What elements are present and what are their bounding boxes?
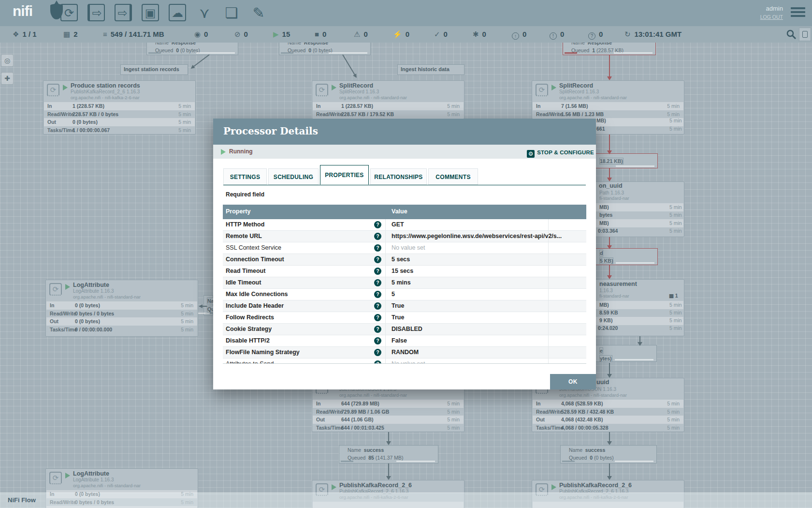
property-cell: Remote URL? xyxy=(223,231,386,242)
transmitting-icon: ◉0 xyxy=(194,26,208,43)
birdseye-icon[interactable]: ◎ xyxy=(1,54,14,67)
flow-label[interactable]: Ingest station records xyxy=(120,64,188,75)
property-name: Include Date Header xyxy=(226,302,284,309)
occluded-text-fragment: 18.21 KB) xyxy=(599,158,624,164)
move-icon[interactable]: ✚ xyxy=(1,72,14,85)
processor-icon: ⟳ xyxy=(316,84,328,96)
search-icon[interactable] xyxy=(785,29,797,40)
queued-icon: ≡549 / 141.71 MB xyxy=(103,26,164,43)
disabled-icon: ⚡0 xyxy=(393,26,409,43)
tab-settings[interactable]: SETTINGS xyxy=(223,168,267,185)
flow-label[interactable]: Ingest historic data xyxy=(397,64,464,75)
connection-label[interactable]: Name successQueued 0 (0 bytes) xyxy=(560,445,657,463)
help-icon[interactable]: ? xyxy=(374,349,381,356)
processor-type: SplitRecord 1.16.3 xyxy=(559,89,599,94)
ok-button[interactable]: OK xyxy=(550,374,596,389)
property-name: Connection Timeout xyxy=(226,256,284,263)
processor-node[interactable]: ⟳LogAttributeLogAttribute 1.16.3org.apac… xyxy=(45,280,198,337)
arrowhead-icon xyxy=(189,65,195,70)
sync-failure-icon: ?0 xyxy=(588,26,603,43)
active-threads-icon: ▦2 xyxy=(63,26,78,43)
stats-row: Out644 (1.06 GB)5 min xyxy=(313,416,464,424)
processor-icon[interactable]: ⟳ xyxy=(60,4,78,21)
stopped-icon: ■0 xyxy=(315,26,326,43)
processor-node[interactable]: ⟳Produce station recordsPublishKafkaReco… xyxy=(43,80,196,134)
value-cell: No value set xyxy=(386,242,549,254)
property-name: SSL Context Service xyxy=(226,244,281,251)
help-icon[interactable]: ? xyxy=(374,268,381,275)
stats-row: In644 (729.89 MB)5 min xyxy=(313,400,464,408)
connection-label[interactable]: Name successQueued 85 (141.37 MB) xyxy=(339,445,438,463)
occluded-text-fragment: 5 min xyxy=(669,317,682,323)
value-cell: RANDOM xyxy=(386,347,549,359)
help-icon[interactable]: ? xyxy=(374,291,381,298)
current-user: admin xyxy=(760,5,783,12)
label-icon[interactable]: ✎ xyxy=(250,4,267,21)
tab-relationships[interactable]: RELATIONSHIPS xyxy=(370,168,427,185)
template-icon[interactable]: ❏ xyxy=(223,4,240,21)
arrowhead-icon xyxy=(638,342,642,346)
stop-and-configure-button[interactable]: ⚙STOP & CONFIGURE xyxy=(527,148,594,156)
help-icon[interactable]: ? xyxy=(374,279,381,286)
input-port-icon[interactable]: ⇨ xyxy=(87,4,105,21)
stats-row: Read/Write0 bytes / 0 bytes5 min xyxy=(46,310,197,318)
occluded-text-fragment: fi-standard-nar xyxy=(599,293,629,299)
help-icon[interactable]: ? xyxy=(374,326,381,333)
property-row: FlowFile Naming Strategy?RANDOM xyxy=(223,347,586,359)
stats-row: In0 (0 bytes)5 min xyxy=(46,301,197,310)
occluded-text-fragment: 9 KB) xyxy=(599,317,612,323)
stats-row: Out0 (0 bytes)5 min xyxy=(44,118,195,126)
output-port-icon[interactable]: ⇨ xyxy=(115,4,132,21)
cluster-icon: ❖1 / 1 xyxy=(13,26,37,43)
processor-title: SplitRecord xyxy=(339,82,373,89)
help-icon[interactable]: ? xyxy=(374,302,381,310)
property-value: GET xyxy=(392,221,404,228)
property-name: Remote URL xyxy=(226,233,262,239)
queue-size-bar xyxy=(616,262,654,264)
occluded-text-fragment: 1.16.3 xyxy=(599,288,613,293)
logout-link[interactable]: LOG OUT xyxy=(760,14,783,20)
occluded-text-fragment: bytes xyxy=(599,212,612,218)
tab-scheduling[interactable]: SCHEDULING xyxy=(268,168,319,185)
arrowhead-icon xyxy=(607,245,612,249)
funnel-icon[interactable]: ⋎ xyxy=(196,4,213,21)
stats-row: Read/Write1.56 MB / 1.23 MB5 min xyxy=(533,110,683,119)
breadcrumb[interactable]: NiFi Flow xyxy=(8,496,36,504)
stats-row: Tasks/Time1 / 00:00:00.0675 min xyxy=(44,126,195,134)
remote-process-group-icon[interactable]: ☁ xyxy=(169,4,186,21)
processor-type: LogAttribute 1.16.3 xyxy=(73,477,114,482)
stats-row: Out4,068 (432.48 KB)5 min xyxy=(533,416,683,424)
property-value: No value set xyxy=(392,360,425,364)
process-group-icon[interactable]: ▣ xyxy=(142,4,159,21)
connection-line xyxy=(609,463,610,476)
modified-stale-icon: !0 xyxy=(550,26,564,43)
value-cell: True xyxy=(386,312,549,324)
tab-underline xyxy=(223,185,586,185)
help-icon[interactable]: ? xyxy=(374,360,381,364)
property-row: Max Idle Connections?5 xyxy=(223,289,586,300)
help-icon[interactable]: ? xyxy=(374,221,381,228)
processor-title: SplitRecord xyxy=(559,82,593,89)
run-indicator-icon xyxy=(551,484,556,490)
help-icon[interactable]: ? xyxy=(374,314,381,321)
refresh-icon[interactable]: ↻ xyxy=(624,30,631,38)
component-panel-button[interactable] xyxy=(799,28,811,41)
tab-comments[interactable]: COMMENTS xyxy=(428,168,478,185)
tab-properties[interactable]: PROPERTIES xyxy=(320,165,369,185)
processor-title: Produce station records xyxy=(71,82,140,89)
global-menu-icon[interactable] xyxy=(791,7,805,19)
occluded-text-fragment: d xyxy=(599,250,603,256)
help-icon[interactable]: ? xyxy=(374,337,381,344)
help-icon[interactable]: ? xyxy=(374,244,381,252)
help-icon[interactable]: ? xyxy=(374,256,381,263)
value-cell: 15 secs xyxy=(386,266,549,277)
queue-size-bar xyxy=(196,52,235,54)
help-icon[interactable]: ? xyxy=(374,233,381,240)
processor-title: PublishKafkaRecord_2_6 xyxy=(559,482,632,489)
run-indicator-icon xyxy=(65,473,70,478)
property-name: FlowFile Naming Strategy xyxy=(226,349,300,356)
run-indicator-icon xyxy=(332,484,336,490)
occluded-text-fragment: 5 min xyxy=(669,212,682,218)
occluded-text-fragment: MB) xyxy=(599,302,609,308)
value-cell: DISABLED xyxy=(386,324,549,335)
